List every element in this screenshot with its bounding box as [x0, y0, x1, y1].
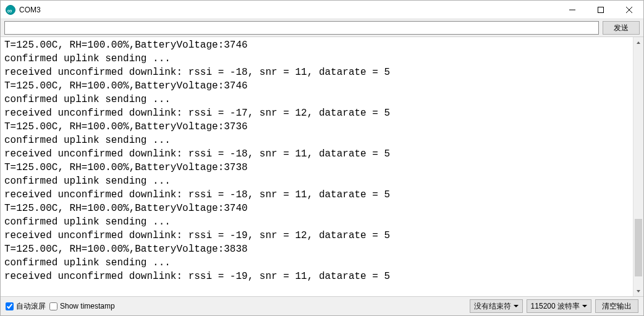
clear-output-button[interactable]: 清空输出 [595, 299, 638, 313]
autoscroll-label: 自动滚屏 [16, 301, 46, 312]
send-row: 发送 [1, 19, 643, 36]
scrollbar-track[interactable] [633, 48, 643, 286]
svg-marker-5 [637, 290, 640, 293]
svg-marker-4 [637, 41, 640, 44]
send-input[interactable] [4, 21, 599, 35]
show-timestamp-checkbox[interactable] [49, 302, 57, 310]
minimize-icon [569, 7, 575, 13]
close-icon [626, 7, 632, 13]
title-bar: COM3 [1, 1, 643, 19]
svg-rect-1 [598, 7, 604, 12]
window-title: COM3 [19, 6, 41, 14]
chevron-up-icon [636, 40, 641, 45]
autoscroll-checkbox-wrap[interactable]: 自动滚屏 [6, 301, 46, 312]
minimize-button[interactable] [558, 1, 587, 19]
console-output: T=125.00C, RH=100.00%,BatteryVoltage:374… [1, 37, 633, 296]
maximize-button[interactable] [587, 1, 615, 19]
send-button[interactable]: 发送 [603, 21, 640, 35]
window-controls [558, 1, 643, 19]
show-timestamp-label: Show timestamp [60, 302, 115, 310]
bottom-bar: 自动滚屏 Show timestamp 没有结束符 115200 波特率 清空输… [1, 297, 643, 315]
autoscroll-checkbox[interactable] [6, 302, 14, 310]
show-timestamp-checkbox-wrap[interactable]: Show timestamp [49, 302, 115, 310]
close-button[interactable] [615, 1, 643, 19]
serial-monitor-window: COM3 发送 T=125.00C, RH=100.00%,BatteryVol… [0, 0, 644, 316]
baud-rate-select[interactable]: 115200 波特率 [527, 299, 591, 313]
maximize-icon [598, 7, 604, 13]
line-ending-select[interactable]: 没有结束符 [470, 299, 523, 313]
console-area: T=125.00C, RH=100.00%,BatteryVoltage:374… [1, 36, 643, 297]
app-icon [6, 5, 15, 15]
chevron-down-icon [636, 289, 641, 294]
scroll-down-button[interactable] [633, 286, 643, 296]
scroll-up-button[interactable] [633, 37, 643, 48]
vertical-scrollbar[interactable] [633, 37, 643, 296]
scrollbar-thumb[interactable] [635, 219, 642, 276]
